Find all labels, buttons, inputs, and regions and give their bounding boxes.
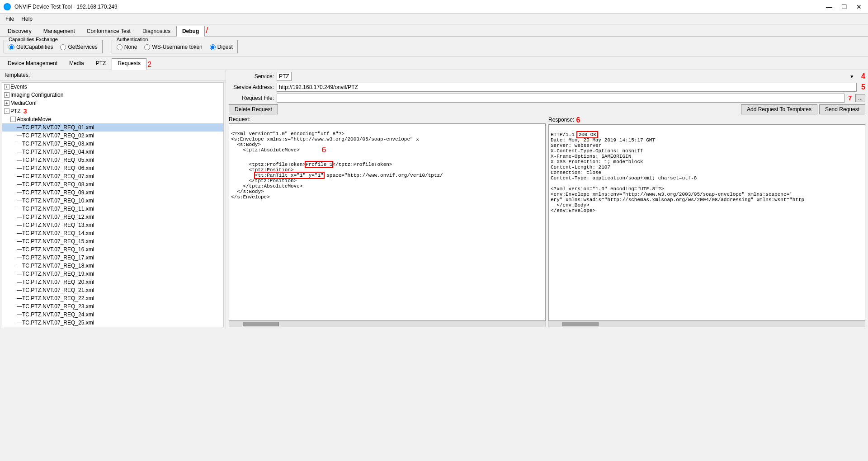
tree-item-ptz[interactable]: - PTZ 3 <box>2 107 223 115</box>
annotation-6b: 6 <box>576 116 580 124</box>
panels-row: Request: <?xml version="1.0" encoding="u… <box>229 116 865 327</box>
auth-ws-radio[interactable] <box>144 44 150 50</box>
auth-none-label: None <box>124 44 137 50</box>
request-content-line10: </s:Body> <box>231 189 264 194</box>
service-select-wrapper: PTZ <box>277 72 857 81</box>
maximize-button[interactable]: ☐ <box>839 3 850 10</box>
service-address-label: Service Address: <box>229 84 274 90</box>
service-select[interactable]: PTZ <box>277 72 292 81</box>
request-content-line11: </s:Envelope> <box>231 194 270 200</box>
tab-management[interactable]: Management <box>38 26 81 36</box>
request-file-label: Request File: <box>229 95 274 101</box>
response-line5: X-Frame-Options: SAMEORIGIN <box>551 154 631 159</box>
minimize-button[interactable]: — <box>823 3 835 10</box>
expand-mediaconf[interactable]: + <box>4 100 9 106</box>
annotation-3: 3 <box>24 108 27 115</box>
tree-item-req22[interactable]: —TC.PTZ.NVT.07_REQ_22.xml <box>2 294 223 302</box>
tree-item-req02[interactable]: —TC.PTZ.NVT.07_REQ_02.xml <box>2 132 223 140</box>
subtab-media[interactable]: Media <box>63 58 90 70</box>
annotation-4: 4 <box>861 72 865 80</box>
close-button[interactable]: ✕ <box>854 3 864 10</box>
tree-item-req11[interactable]: —TC.PTZ.NVT.07_REQ_11.xml <box>2 205 223 213</box>
auth-ws-option[interactable]: WS-Username token <box>144 44 202 50</box>
service-address-input[interactable] <box>277 83 857 92</box>
browse-button[interactable]: … <box>855 94 865 102</box>
request-scrollbar-thumb[interactable] <box>243 322 279 326</box>
tree-item-req23[interactable]: —TC.PTZ.NVT.07_REQ_23.xml <box>2 302 223 310</box>
tree-item-req06[interactable]: —TC.PTZ.NVT.07_REQ_06.xml <box>2 164 223 172</box>
tree-item-req12[interactable]: —TC.PTZ.NVT.07_REQ_12.xml <box>2 213 223 221</box>
tree-container[interactable]: + Events + Imaging Configuration + Media… <box>2 82 224 327</box>
tree-item-req08[interactable]: —TC.PTZ.NVT.07_REQ_08.xml <box>2 180 223 188</box>
response-panel-header: Response: 6 <box>548 116 865 124</box>
tree-label-imaging: Imaging Configuration <box>10 92 63 98</box>
response-scrollbar-thumb[interactable] <box>562 322 599 326</box>
annotation-7: 7 <box>848 94 852 102</box>
auth-digest-label: Digest <box>217 44 233 50</box>
tree-item-imaging[interactable]: + Imaging Configuration <box>2 91 223 99</box>
getservices-radio[interactable] <box>60 44 66 50</box>
expand-ptz[interactable]: - <box>4 108 9 114</box>
tree-item-req07[interactable]: —TC.PTZ.NVT.07_REQ_07.xml <box>2 172 223 180</box>
window-controls[interactable]: — ☐ ✕ <box>823 3 864 10</box>
auth-none-radio[interactable] <box>117 44 123 50</box>
tree-item-req04[interactable]: —TC.PTZ.NVT.07_REQ_04.xml <box>2 148 223 156</box>
tree-item-req10[interactable]: —TC.PTZ.NVT.07_REQ_10.xml <box>2 197 223 205</box>
tree-item-req16[interactable]: —TC.PTZ.NVT.07_REQ_16.xml <box>2 245 223 254</box>
response-text-area[interactable]: HTTP/1.1 200 OK Date: Mon, 20 May 2019 1… <box>548 124 865 321</box>
menu-help[interactable]: Help <box>18 15 36 23</box>
request-text-area[interactable]: <?xml version="1.0" encoding="utf-8"?> <… <box>229 123 546 321</box>
tab-diagnostics[interactable]: Diagnostics <box>137 26 176 36</box>
response-scrollbar-h[interactable] <box>548 321 865 327</box>
expand-absolutemove[interactable]: - <box>10 117 16 122</box>
tree-item-events[interactable]: + Events <box>2 83 223 91</box>
tree-item-req18[interactable]: —TC.PTZ.NVT.07_REQ_18.xml <box>2 262 223 270</box>
tree-item-req14[interactable]: —TC.PTZ.NVT.07_REQ_14.xml <box>2 229 223 237</box>
delete-request-button[interactable]: Delete Request <box>229 104 278 114</box>
request-file-row: Request File: 7 … <box>229 94 865 103</box>
response-line6: X-XSS-Protection: 1; mode=block <box>551 159 643 165</box>
tree-item-req15[interactable]: —TC.PTZ.NVT.07_REQ_15.xml <box>2 237 223 245</box>
tree-item-mediaconf[interactable]: + MediaConf <box>2 99 223 107</box>
menu-file[interactable]: File <box>2 15 18 23</box>
tree-item-req25[interactable]: —TC.PTZ.NVT.07_REQ_25.xml <box>2 319 223 327</box>
main-tab-bar: Discovery Management Conformance Test Di… <box>0 24 868 37</box>
send-request-button[interactable]: Send Request <box>819 104 865 114</box>
tree-item-absolutemove[interactable]: - AbsoluteMove <box>2 115 223 123</box>
auth-digest-option[interactable]: Digest <box>210 44 233 50</box>
tree-item-req21[interactable]: —TC.PTZ.NVT.07_REQ_21.xml <box>2 286 223 294</box>
add-to-templates-button[interactable]: Add Request To Templates <box>741 104 817 114</box>
tree-item-req17[interactable]: —TC.PTZ.NVT.07_REQ_17.xml <box>2 254 223 262</box>
auth-digest-radio[interactable] <box>210 44 216 50</box>
request-content-line8: </tptz:Position> <box>231 178 297 183</box>
response-line12: <env:Envelope xmlns:env="http://www.w3.o… <box>551 192 793 197</box>
expand-events[interactable]: + <box>4 84 9 89</box>
tree-item-req05[interactable]: —TC.PTZ.NVT.07_REQ_05.xml <box>2 156 223 164</box>
tree-item-req13[interactable]: —TC.PTZ.NVT.07_REQ_13.xml <box>2 221 223 229</box>
response-line11: <?xml version="1.0" encoding="UTF-8"?> <box>551 186 664 192</box>
subtab-device-management[interactable]: Device Management <box>2 58 63 70</box>
getcapabilities-option[interactable]: GetCapabilities <box>9 44 53 50</box>
tab-debug[interactable]: Debug <box>176 26 205 37</box>
tab-conformance[interactable]: Conformance Test <box>81 26 137 36</box>
tree-item-req19[interactable]: —TC.PTZ.NVT.07_REQ_19.xml <box>2 270 223 278</box>
request-file-input[interactable] <box>277 94 844 103</box>
auth-group: Authentication None WS-Username token Di… <box>112 40 238 53</box>
tree-item-req01[interactable]: — TC.PTZ.NVT.07_REQ_01.xml <box>2 123 223 132</box>
auth-none-option[interactable]: None <box>117 44 137 50</box>
service-label: Service: <box>229 73 274 80</box>
tree-item-req20[interactable]: —TC.PTZ.NVT.07_REQ_20.xml <box>2 278 223 286</box>
subtab-requests[interactable]: Requests <box>112 58 146 70</box>
capabilities-group: Capabilities Exchange GetCapabilities Ge… <box>4 40 103 53</box>
tree-item-req03[interactable]: —TC.PTZ.NVT.07_REQ_03.xml <box>2 140 223 148</box>
tree-item-req09[interactable]: —TC.PTZ.NVT.07_REQ_09.xml <box>2 188 223 197</box>
getservices-option[interactable]: GetServices <box>60 44 97 50</box>
getcapabilities-radio[interactable] <box>9 44 14 50</box>
tab-discovery[interactable]: Discovery <box>2 26 38 36</box>
expand-imaging[interactable]: + <box>4 92 9 98</box>
request-scrollbar-h[interactable] <box>229 321 546 327</box>
tree-item-req24[interactable]: —TC.PTZ.NVT.07_REQ_24.xml <box>2 310 223 319</box>
response-line9: Content-Type: application/soap+xml; char… <box>551 175 697 181</box>
request-content-line4: <tptz:AbsoluteMove> <box>231 147 300 153</box>
subtab-ptz[interactable]: PTZ <box>90 58 112 70</box>
